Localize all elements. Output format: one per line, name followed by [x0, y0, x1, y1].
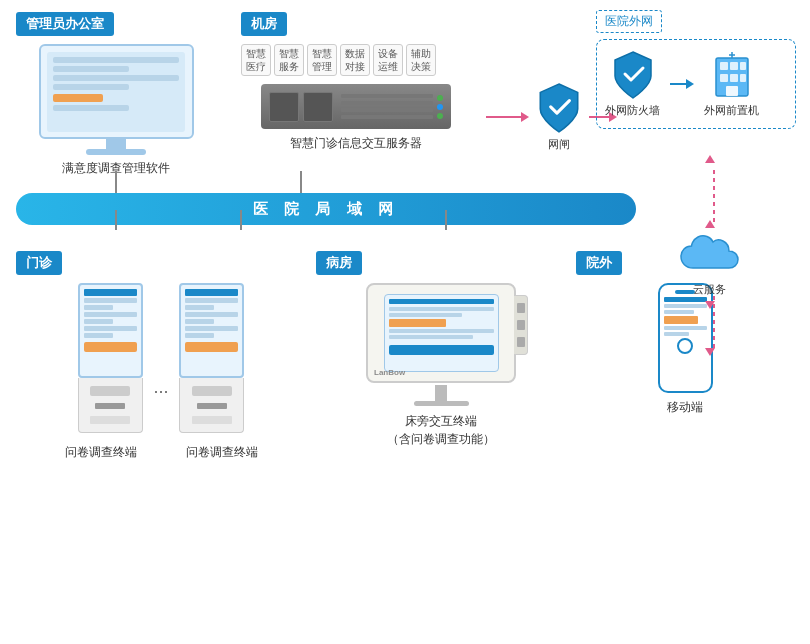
- kiosk-1-slot: [90, 416, 130, 424]
- ext-firewall-label: 外网防火墙: [605, 103, 660, 118]
- cloud-down-dashed-line: [713, 296, 715, 351]
- terminal-base: [414, 401, 469, 406]
- server-light-blue: [437, 104, 443, 110]
- kiosk-1-label: 问卷调查终端: [63, 444, 138, 461]
- kiosk-1-line-5: [84, 319, 113, 324]
- bedside-label-text: 床旁交互终端（含问卷调查功能）: [387, 414, 495, 446]
- ext-firewall-icon: [611, 50, 655, 100]
- kiosk-1-line-4: [84, 312, 137, 317]
- kiosk-2-slot: [192, 416, 232, 424]
- terminal-stand: [435, 385, 447, 401]
- smart-server-label: 智慧门诊信息交互服务器: [241, 135, 471, 152]
- kiosk-2-line-2: [185, 298, 238, 303]
- server-lights: [437, 95, 443, 119]
- mobile-label: 移动端: [576, 399, 794, 416]
- kiosk-row: ...: [16, 283, 306, 438]
- term-line-3: [389, 313, 463, 317]
- monitor-screen: [47, 52, 185, 132]
- cloud-down-arrow-head: [705, 348, 715, 356]
- screen-line-6: [53, 105, 129, 111]
- screen-line-3: [53, 75, 179, 81]
- dots-separator: ...: [153, 377, 168, 438]
- admin-monitor: [39, 44, 194, 154]
- kiosk-1-btn: [90, 386, 130, 396]
- server-to-gateway-arrow: [486, 112, 529, 122]
- bedside-screen: [384, 294, 499, 372]
- gateway-firewall: 网闸: [535, 82, 583, 152]
- ext-firewall-group: 外网防火墙: [605, 50, 660, 118]
- ext-proxy-label: 外网前置机: [704, 103, 759, 118]
- screen-line-1: [53, 57, 179, 63]
- svg-rect-1: [720, 62, 728, 70]
- kiosk-2: [177, 283, 247, 438]
- kiosk-2-bottom: [179, 378, 244, 433]
- kiosk-2-line-4: [185, 312, 238, 317]
- ward-title: 病房: [316, 251, 362, 275]
- mobile-line-5: [664, 326, 707, 330]
- kiosk-2-line-5: [185, 319, 214, 324]
- outside-title: 院外: [576, 251, 622, 275]
- hospital-ext-section: 医院外网 外网防火墙: [596, 10, 796, 129]
- server-to-lan-line: [300, 171, 302, 193]
- ward-section: 病房: [316, 251, 566, 461]
- admin-office-section: 管理员办公室 满意度调查管理软件: [16, 12, 216, 177]
- svg-rect-2: [730, 62, 738, 70]
- ext-proxy-group: 外网前置机: [704, 50, 759, 118]
- outpatient-labels-row: 问卷调查终端 问卷调查终端: [16, 444, 306, 461]
- lan-bar: 医 院 局 域 网: [16, 193, 636, 225]
- svg-rect-4: [720, 74, 728, 82]
- kiosk-2-label: 问卷调查终端: [184, 444, 259, 461]
- kiosk-2-line-1: [185, 289, 238, 296]
- screen-line-5: [53, 94, 103, 102]
- lan-to-outpatient-line2: [240, 210, 242, 230]
- screen-line-4: [53, 84, 129, 90]
- gateway-label: 网闸: [548, 137, 570, 152]
- term-line-5: [389, 329, 494, 333]
- mobile-line-6: [664, 332, 690, 336]
- outpatient-title: 门诊: [16, 251, 62, 275]
- cloud-section: 云服务: [677, 220, 742, 309]
- tag-device-ops: 设备运维: [373, 44, 403, 76]
- monitor-base: [86, 149, 146, 155]
- kiosk-1-line-7: [84, 333, 113, 338]
- admin-to-lan-line: [115, 171, 117, 193]
- tag-data-connect: 数据对接: [340, 44, 370, 76]
- machine-room-title: 机房: [241, 12, 287, 36]
- term-btn: [389, 345, 494, 355]
- kiosk-1-button-area: [84, 342, 137, 352]
- kiosk-1-line-2: [84, 298, 137, 303]
- kiosk-1-screen: [78, 283, 143, 378]
- bedside-terminal-outer: LanBow: [366, 283, 516, 383]
- svg-rect-3: [740, 62, 746, 70]
- mobile-line-3: [664, 310, 694, 314]
- server-light-green: [437, 95, 443, 101]
- side-btn-3: [517, 337, 525, 347]
- server: [261, 84, 451, 129]
- tag-smart-manage: 智慧管理: [307, 44, 337, 76]
- server-light-green2: [437, 113, 443, 119]
- kiosk-2-button-area: [185, 342, 238, 352]
- ext-proxy-building-icon: [710, 50, 754, 100]
- terminal-side-panel: [514, 295, 528, 355]
- ext-firewall-to-proxy-arrow: [670, 79, 694, 89]
- terminal-brand: LanBow: [374, 368, 405, 377]
- outpatient-section: 门诊: [16, 251, 306, 461]
- svg-rect-7: [726, 86, 738, 96]
- kiosk-2-reader: [197, 403, 227, 409]
- lan-section: 医 院 局 域 网: [0, 193, 810, 225]
- kiosk-2-line-7: [185, 333, 214, 338]
- kiosk-1-reader: [95, 403, 125, 409]
- kiosk-2-line-6: [185, 326, 238, 331]
- ext-content-box: 外网防火墙: [596, 39, 796, 129]
- term-line-2: [389, 307, 494, 311]
- kiosk-1-line-1: [84, 289, 137, 296]
- kiosk-1-bottom: [78, 378, 143, 433]
- svg-rect-5: [730, 74, 738, 82]
- tag-assist-decision: 辅助决策: [406, 44, 436, 76]
- screen-line-2: [53, 66, 129, 72]
- side-btn-1: [517, 303, 525, 313]
- term-line-1: [389, 299, 494, 304]
- mobile-line-4: [664, 316, 698, 324]
- hospital-ext-title: 医院外网: [596, 10, 662, 33]
- lan-label: 医 院 局 域 网: [253, 200, 399, 219]
